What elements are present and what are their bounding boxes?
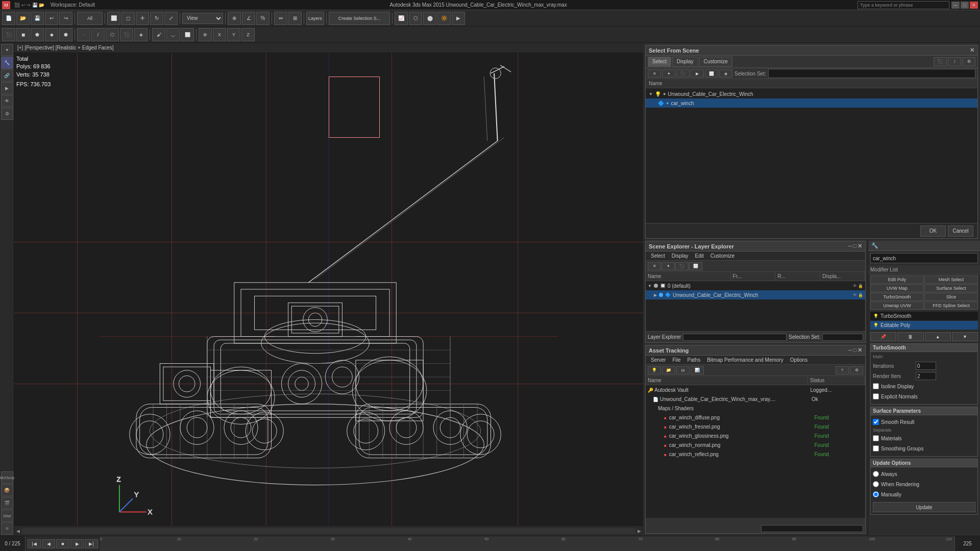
create-selection[interactable]: Create Selection S... bbox=[329, 12, 390, 25]
display-panel[interactable]: 👁 bbox=[1, 95, 13, 107]
at-menu-file[interactable]: File bbox=[669, 356, 683, 365]
scene-tb4[interactable]: ▶ bbox=[691, 69, 704, 78]
script-listener[interactable]: MAXScript bbox=[1, 471, 13, 484]
se-icon2[interactable]: ✦ bbox=[662, 262, 675, 270]
select-scene-close[interactable]: ✕ bbox=[970, 47, 974, 54]
at-menu-server[interactable]: Server bbox=[648, 356, 669, 365]
select-object[interactable]: ⬜ bbox=[107, 12, 120, 25]
asset-tracking-sidebar[interactable]: 📦 bbox=[1, 484, 13, 496]
render-iters-input[interactable] bbox=[916, 372, 936, 380]
at-item-normal[interactable]: ■ car_winch_normal.png Found bbox=[646, 440, 865, 449]
viewport[interactable]: X Z Y Total Polys: 69 836 Verts: 35 738 … bbox=[14, 53, 643, 525]
auto-smooth[interactable]: ◡ bbox=[166, 28, 180, 41]
select-region[interactable]: ◻ bbox=[121, 12, 135, 25]
at-tb4[interactable]: 📊 bbox=[691, 366, 704, 374]
smoothing-groups-checkbox[interactable] bbox=[873, 445, 879, 452]
mod-pin-btn[interactable]: 📌 bbox=[870, 332, 896, 341]
iterations-input[interactable] bbox=[916, 362, 936, 370]
at-help[interactable]: ? bbox=[836, 366, 849, 374]
at-item-file[interactable]: 📄 Unwound_Cable_Car_Electric_Winch_max_v… bbox=[646, 394, 865, 404]
play-back-btn[interactable]: ◀ bbox=[42, 539, 55, 548]
constraint-y[interactable]: Y bbox=[227, 28, 240, 41]
scene-tb3[interactable]: ⬛ bbox=[676, 69, 690, 78]
material-editor[interactable]: ⬤ bbox=[423, 12, 436, 25]
mesh-tools-5[interactable]: ⬢ bbox=[59, 28, 72, 41]
at-menu-paths[interactable]: Paths bbox=[684, 356, 704, 365]
se-maximize[interactable]: □ bbox=[853, 243, 856, 249]
se-search[interactable] bbox=[683, 334, 787, 341]
at-menu-bitmap[interactable]: Bitmap Performance and Memory bbox=[704, 356, 787, 365]
update-options-header[interactable]: Update Options bbox=[871, 459, 977, 467]
unwrap-uvw-btn[interactable]: Unwrap UVW bbox=[870, 302, 924, 310]
motion-panel[interactable]: ▶ bbox=[1, 82, 13, 94]
surface-params-header[interactable]: Surface Parameters bbox=[871, 407, 977, 415]
scene-tb5[interactable]: ⬜ bbox=[705, 69, 718, 78]
sub-vertex[interactable]: · bbox=[77, 28, 90, 41]
minimize-button[interactable]: ─ bbox=[951, 2, 960, 9]
at-settings[interactable]: ⚙ bbox=[850, 366, 863, 374]
manually-radio[interactable] bbox=[873, 491, 879, 497]
render-setup[interactable]: 🔆 bbox=[437, 12, 451, 25]
anim-layer[interactable]: 🎬 bbox=[1, 497, 13, 509]
at-tb3[interactable]: 🗂 bbox=[676, 366, 690, 374]
tab-select[interactable]: Select bbox=[648, 57, 671, 67]
select-filter[interactable]: All bbox=[77, 12, 103, 25]
smooth-result-checkbox[interactable] bbox=[873, 419, 879, 425]
timeline-track[interactable]: 0 10 20 30 40 50 60 70 80 90 100 110 bbox=[100, 536, 954, 551]
mesh-tools-2[interactable]: ◼ bbox=[16, 28, 30, 41]
uvw-map-btn[interactable]: UVW Map bbox=[870, 284, 924, 292]
sub-edge[interactable]: / bbox=[91, 28, 105, 41]
mirror-button[interactable]: ⇔ bbox=[274, 12, 287, 25]
utilities-panel[interactable]: ⚙ bbox=[1, 108, 13, 120]
at-maximize[interactable]: □ bbox=[853, 347, 856, 354]
mod-delete-btn[interactable]: 🗑 bbox=[897, 332, 923, 341]
mod-editable-poly[interactable]: 💡 Editable Poly bbox=[870, 321, 978, 330]
stop-btn[interactable]: ■ bbox=[56, 539, 69, 548]
percent-snap[interactable]: % bbox=[256, 12, 270, 25]
turbsmooth-section-header[interactable]: TurboSmooth bbox=[871, 344, 977, 352]
se-expand-1[interactable]: ▶ bbox=[654, 293, 657, 297]
at-item-fresnel[interactable]: ■ car_winch_fresnel.png Found bbox=[646, 422, 865, 431]
se-menu-display[interactable]: Display bbox=[669, 252, 692, 261]
scene-tb6[interactable]: ◈ bbox=[719, 69, 732, 78]
sub-element[interactable]: ◈ bbox=[134, 28, 148, 41]
edit-poly-btn[interactable]: Edit Poly bbox=[870, 276, 924, 284]
at-item-glossiness[interactable]: ■ car_winch_glossiness.png Found bbox=[646, 431, 865, 440]
next-frame-btn[interactable]: ▶| bbox=[85, 539, 98, 548]
tab-display[interactable]: Display bbox=[672, 57, 698, 67]
se-layer-default[interactable]: ▼ 🔲 0 (default) 👁 🔒 bbox=[646, 281, 865, 290]
timeline-scroll[interactable] bbox=[22, 528, 635, 534]
se-icon4[interactable]: ⬜ bbox=[689, 262, 702, 270]
constraint-x[interactable]: X bbox=[213, 28, 226, 41]
curve-editor[interactable]: 📈 bbox=[395, 12, 408, 25]
mesh-tools-1[interactable]: ⬛ bbox=[2, 28, 15, 41]
se-icon1[interactable]: ✕ bbox=[648, 262, 661, 270]
sel-set-input[interactable] bbox=[768, 69, 975, 78]
constraint-z[interactable]: Z bbox=[241, 28, 255, 41]
smooth-grp[interactable]: ⬜ bbox=[181, 28, 194, 41]
at-menu-options[interactable]: Options bbox=[787, 356, 811, 365]
prev-frame-btn[interactable]: |◀ bbox=[28, 539, 41, 548]
use-pivot[interactable]: ⊕ bbox=[199, 28, 212, 41]
at-path-input[interactable] bbox=[761, 525, 863, 532]
se-menu-select[interactable]: Select bbox=[648, 252, 668, 261]
mod-down-btn[interactable]: ▼ bbox=[952, 332, 978, 341]
close-button[interactable]: ✕ bbox=[970, 2, 978, 9]
new-button[interactable]: 📄 bbox=[2, 12, 15, 25]
turbosmooth-btn[interactable]: TurboSmooth bbox=[870, 293, 924, 301]
rotate-button[interactable]: ↻ bbox=[150, 12, 163, 25]
redo-button[interactable]: ↪ bbox=[59, 12, 72, 25]
at-tb2[interactable]: 📁 bbox=[662, 366, 675, 374]
se-expand-0[interactable]: ▼ bbox=[648, 284, 652, 288]
mod-up-btn[interactable]: ▲ bbox=[925, 332, 951, 341]
at-item-vault[interactable]: 🔑 Autodesk Vault Logged... bbox=[646, 385, 865, 394]
hierarchy-panel[interactable]: 🔗 bbox=[1, 69, 13, 82]
sub-poly[interactable]: ⬛ bbox=[120, 28, 133, 41]
at-item-diffuse[interactable]: ■ car_winch_diffuse.png Found bbox=[646, 413, 865, 422]
at-item-reflect[interactable]: ■ car_winch_reflect.png Found bbox=[646, 449, 865, 459]
schematic[interactable]: ⬡ bbox=[409, 12, 422, 25]
always-radio[interactable] bbox=[873, 471, 879, 477]
se-menu-edit[interactable]: Edit bbox=[692, 252, 707, 261]
mesh-tools-4[interactable]: ◆ bbox=[45, 28, 58, 41]
object-name-field[interactable]: car_winch bbox=[870, 253, 978, 263]
